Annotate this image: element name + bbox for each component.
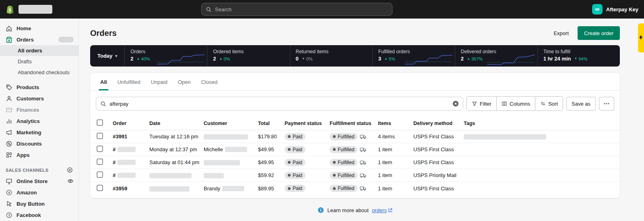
sales-channels-label: SALES CHANNELS (6, 168, 48, 173)
order-number[interactable]: #3991 (113, 133, 149, 140)
sidebar-item-drafts[interactable]: Drafts (0, 56, 78, 67)
metric-value: 2 (461, 56, 464, 62)
table-row[interactable]: #3959 Brandy $89.95 Paid Fulfilled 1 ite… (90, 182, 620, 195)
sidebar-item-marketing[interactable]: Marketing (0, 127, 78, 138)
row-checkbox[interactable] (97, 133, 103, 139)
analytics-bar: Today ▾ Orders 2 ▲40% Ordered items 2 ▲ (90, 45, 620, 67)
orders-search-input[interactable] (109, 101, 449, 107)
table-row[interactable]: # Monday at 12:37 pm Michelle $49.95 Pai… (90, 143, 620, 156)
orders-search[interactable] (96, 97, 463, 110)
sidebar-item-orders[interactable]: Orders (0, 34, 78, 45)
tab-unfulfilled[interactable]: Unfulfilled (112, 75, 146, 90)
period-dropdown[interactable]: Today ▾ (90, 45, 125, 67)
column-header-items[interactable]: Items (378, 121, 413, 126)
filter-button[interactable]: Filter (467, 97, 496, 110)
metric-label: Time to fulfill (543, 49, 614, 54)
add-channel-icon[interactable] (67, 167, 73, 173)
order-number[interactable]: # (113, 172, 116, 178)
app-sidebar-toggle[interactable] (638, 23, 644, 52)
delivery-method: USPS First Class (413, 186, 464, 192)
sidebar-item-discounts[interactable]: Discounts (0, 138, 78, 149)
order-total: $179.80 (258, 133, 285, 140)
customer-redacted (225, 147, 247, 152)
page-title: Orders (90, 29, 117, 38)
tags-redacted (464, 134, 546, 140)
sidebar-item-customers[interactable]: Customers (0, 93, 78, 104)
view-store-button[interactable] (67, 178, 74, 184)
sort-icon (540, 101, 546, 106)
tab-unpaid[interactable]: Unpaid (146, 75, 173, 90)
column-header-delivery-method[interactable]: Delivery method (413, 121, 464, 126)
columns-label: Columns (510, 101, 530, 107)
column-header-tags[interactable]: Tags (464, 121, 613, 126)
afterpay-key-menu[interactable]: ∞ Afterpay Key (592, 4, 638, 15)
payment-status-badge: Paid (285, 172, 305, 179)
sales-channels-header: SALES CHANNELS (0, 161, 78, 175)
table-row[interactable]: # Saturday at 01:44 pm $49.95 Paid Fulfi… (90, 156, 620, 169)
customer-name: Michelle (204, 146, 223, 152)
column-header-payment-status[interactable]: Payment status (285, 121, 330, 126)
sidebar-item-facebook[interactable]: f Facebook (0, 209, 78, 221)
delivery-method: USPS Priority Mail (413, 172, 464, 178)
create-order-button[interactable]: Create order (578, 26, 620, 40)
sidebar-item-label: Home (17, 25, 31, 31)
row-checkbox[interactable] (97, 146, 103, 152)
metric-label: Returned items (296, 49, 367, 54)
order-number[interactable]: #3959 (113, 186, 149, 192)
sidebar-item-apps[interactable]: Apps (0, 149, 78, 161)
table-row[interactable]: # $59.92 Paid Fulfilled 1 item USPS Prio… (90, 169, 620, 182)
sidebar-item-online-store[interactable]: Online Store (0, 175, 78, 187)
shopify-logo[interactable]: S (6, 4, 52, 15)
sidebar-item-finances[interactable]: Finances (0, 104, 78, 115)
sidebar-item-all-orders[interactable]: All orders (0, 45, 78, 56)
svg-text:a: a (8, 190, 10, 194)
tab-open[interactable]: Open (173, 75, 196, 90)
table-row[interactable]: #3991 Tuesday at 12:16 pm $179.80 Paid F… (90, 130, 620, 143)
sidebar-item-amazon[interactable]: a Amazon (0, 187, 78, 198)
column-header-customer[interactable]: Customer (204, 121, 258, 126)
row-checkbox[interactable] (97, 158, 103, 165)
global-search[interactable] (201, 3, 392, 16)
payment-status-badge: Paid (285, 133, 305, 140)
more-icon: ⋯ (603, 100, 610, 107)
order-total: $49.95 (258, 159, 285, 165)
more-actions-button[interactable]: ⋯ (599, 97, 614, 110)
fulfillment-status-badge: Fulfilled (330, 172, 357, 179)
sidebar-item-buy-button[interactable]: Buy Button (0, 198, 78, 209)
order-number[interactable]: # (113, 146, 116, 152)
sidebar-item-abandoned-checkouts[interactable]: Abandoned checkouts (0, 67, 78, 78)
export-button[interactable]: Export (549, 28, 573, 39)
sidebar-item-products[interactable]: Products (0, 81, 78, 93)
external-link-icon (388, 208, 392, 213)
select-all-checkbox[interactable] (97, 119, 103, 126)
column-header-total[interactable]: Total (258, 121, 285, 126)
delivery-method: USPS First Class (413, 159, 464, 165)
clear-search-button[interactable] (452, 100, 459, 107)
metric-trend: ▲40% (137, 56, 150, 61)
filter-label: Filter (480, 101, 491, 107)
column-header-date[interactable]: Date (149, 121, 204, 126)
topbar: S ∞ Afterpay Key (0, 0, 644, 19)
delivery-truck-icon (360, 185, 366, 192)
footer-help: Learn more about orders (90, 207, 620, 213)
status-dot (288, 161, 291, 164)
sidebar-item-home[interactable]: Home (0, 23, 78, 34)
order-number[interactable]: # (113, 159, 116, 165)
column-header-order[interactable]: Order (113, 121, 149, 126)
order-number-redacted (118, 160, 136, 165)
sidebar-item-analytics[interactable]: Analytics (0, 115, 78, 127)
order-total: $59.92 (258, 172, 285, 178)
column-header-fulfillment-status[interactable]: Fulfillment status (330, 121, 378, 126)
customer-name: Brandy (204, 186, 220, 192)
sort-button[interactable]: Sort (535, 97, 563, 110)
tab-all[interactable]: All (95, 75, 112, 90)
row-checkbox[interactable] (97, 185, 103, 191)
save-as-button[interactable]: Save as (566, 97, 596, 110)
eye-icon (67, 178, 74, 184)
tab-closed[interactable]: Closed (196, 75, 223, 90)
orders-help-link[interactable]: orders (372, 207, 392, 213)
global-search-input[interactable] (215, 6, 388, 13)
columns-button[interactable]: Columns (496, 97, 535, 110)
orders-icon (6, 36, 12, 43)
row-checkbox[interactable] (97, 171, 103, 178)
